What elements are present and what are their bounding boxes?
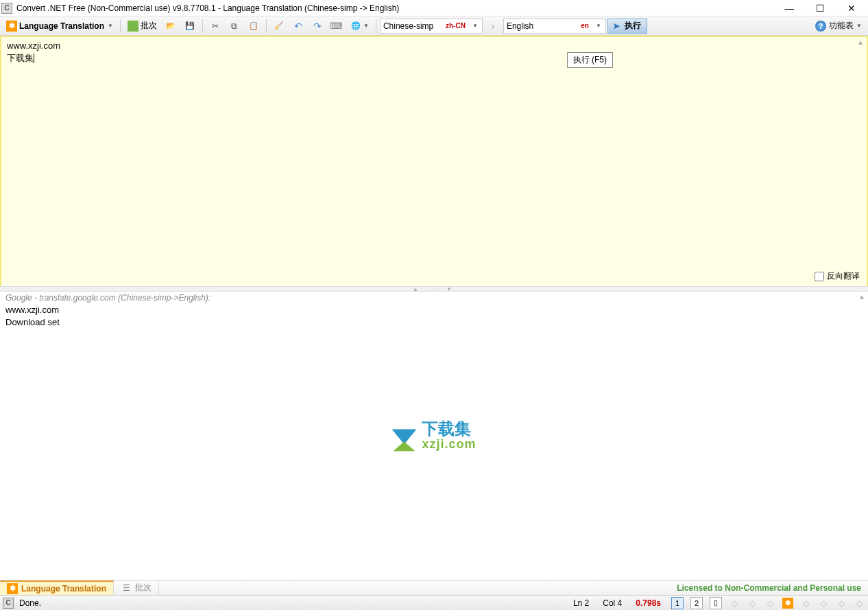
execute-button[interactable]: 执行 (607, 19, 647, 34)
status-icon-2[interactable]: ◇ (747, 598, 758, 609)
watermark-arrow-icon (391, 423, 416, 448)
target-language-code: en (581, 22, 589, 30)
copy-button[interactable] (226, 19, 243, 34)
mode-dropdown[interactable]: ✱ Language Translation ▼ (3, 19, 117, 34)
mode-label: Language Translation (19, 21, 106, 31)
output-text[interactable]: www.xzji.com Download set (0, 304, 868, 329)
status-col: Col 4 (599, 598, 626, 608)
app-icon: C (3, 598, 14, 609)
reverse-translate-checkbox[interactable]: 反向翻译 (815, 270, 860, 282)
arrow-right-icon (487, 21, 498, 32)
maximize-button[interactable]: ☐ (805, 0, 836, 16)
erase-icon (274, 21, 285, 32)
watermark-logo: 下载集 xzji.com (391, 421, 476, 451)
batch-icon (121, 583, 132, 594)
redo-button[interactable] (309, 19, 326, 34)
batch-label: 批次 (141, 20, 157, 32)
globe-icon (350, 21, 361, 32)
input-line-2: 下载集 (7, 53, 34, 63)
main-toolbar: ✱ Language Translation ▼ 批次 ▼ Chinese-si… (0, 16, 868, 36)
batch-button[interactable]: 批次 (124, 19, 160, 34)
output-pane: ▲ Google - translate.google.com (Chinese… (0, 292, 868, 580)
status-message: Done. (19, 598, 41, 608)
chevron-down-icon: ▼ (592, 23, 603, 29)
scroll-up-icon[interactable]: ▲ (855, 38, 866, 49)
status-icon-5[interactable]: ◇ (818, 598, 829, 609)
target-language-name: English (507, 21, 533, 31)
view-mode-split-button[interactable]: ▯ (710, 597, 722, 609)
undo-button[interactable] (289, 19, 307, 34)
execute-tooltip: 执行 (F5) (567, 52, 613, 68)
task-tabs: ✱ Language Translation 批次 Licensed to No… (0, 580, 868, 595)
batch-icon (128, 21, 138, 32)
status-bar: C Done. Ln 2 Col 4 0.798s 1 2 ▯ ◇ ◇ ◇ ✱ … (0, 595, 868, 610)
source-language-name: Chinese-simp (383, 21, 433, 31)
mode-icon: ✱ (7, 583, 18, 594)
scroll-up-icon[interactable]: ▲ (856, 293, 867, 304)
output-source-header: Google - translate.google.com (Chinese-s… (0, 292, 868, 304)
status-timing: 0.798s (631, 598, 665, 608)
tab-label: Language Translation (21, 584, 106, 594)
chevron-down-icon: ▼ (363, 23, 369, 29)
save-button[interactable] (181, 19, 199, 34)
status-icon-1[interactable]: ◇ (729, 598, 740, 609)
status-line: Ln 2 (569, 598, 593, 608)
title-bar: C Convert .NET Free (Non-Commercial use)… (0, 0, 868, 16)
separator (120, 19, 121, 33)
paste-button[interactable] (245, 19, 263, 34)
paste-icon (248, 21, 259, 32)
output-line-2: Download set (5, 316, 863, 329)
status-icon-6[interactable]: ◇ (836, 598, 847, 609)
license-notice: Licensed to Non-Commercial and Personal … (670, 580, 868, 595)
erase-button[interactable] (270, 19, 288, 34)
mode-icon: ✱ (6, 21, 17, 32)
help-menu[interactable]: ? 功能表 ▼ (812, 19, 865, 34)
cut-button[interactable] (206, 19, 224, 34)
separator (202, 19, 203, 33)
execute-label: 执行 (625, 20, 641, 32)
tab-label: 批次 (135, 582, 152, 594)
input-text[interactable]: www.xzji.com 下载集 (1, 37, 867, 67)
status-icon-4[interactable]: ◇ (800, 598, 811, 609)
chevron-down-icon: ▼ (108, 23, 113, 29)
help-icon: ? (815, 21, 826, 32)
open-button[interactable] (162, 19, 180, 34)
status-icon-3[interactable]: ◇ (764, 598, 775, 609)
target-language-select[interactable]: English en ▼ (503, 19, 606, 34)
view-mode-2-button[interactable]: 2 (690, 597, 703, 609)
watermark-text-domain: xzji.com (422, 437, 476, 451)
cut-icon (210, 21, 221, 32)
menu-label: 功能表 (829, 20, 854, 32)
web-translate-button[interactable]: ▼ (347, 19, 372, 34)
keyboard-icon (331, 21, 342, 32)
chevron-down-icon: ▼ (856, 23, 862, 29)
app-icon: C (1, 3, 12, 14)
minimize-button[interactable]: — (774, 0, 805, 16)
separator (376, 19, 376, 33)
editor-area: ▲ www.xzji.com 下载集 执行 (F5) 反向翻译 ▲ ··· ▼ … (0, 36, 868, 580)
open-icon (165, 21, 176, 32)
input-pane[interactable]: ▲ www.xzji.com 下载集 执行 (F5) 反向翻译 (0, 36, 868, 286)
tab-batch[interactable]: 批次 (114, 580, 159, 595)
keyboard-button[interactable] (328, 19, 346, 34)
output-line-1: www.xzji.com (5, 304, 863, 316)
copy-icon (229, 21, 240, 32)
swap-languages-button[interactable] (484, 19, 502, 34)
close-button[interactable]: ✕ (836, 0, 867, 16)
source-language-select[interactable]: Chinese-simp zh-CN ▼ (380, 19, 483, 34)
execute-icon (611, 21, 622, 32)
tab-language-translation[interactable]: ✱ Language Translation (0, 580, 114, 595)
status-icon-7[interactable]: ◇ (854, 598, 865, 609)
reverse-translate-label: 反向翻译 (827, 270, 860, 282)
input-line-1: www.xzji.com (7, 40, 861, 52)
window-title: Convert .NET Free (Non-Commercial use) v… (16, 3, 774, 13)
redo-icon (312, 21, 323, 32)
reverse-translate-input[interactable] (815, 272, 824, 281)
window-controls: — ☐ ✕ (774, 0, 867, 16)
pane-splitter[interactable]: ▲ ··· ▼ (0, 286, 868, 292)
chevron-down-icon: ▼ (468, 23, 479, 29)
undo-icon (293, 21, 304, 32)
view-mode-1-button[interactable]: 1 (671, 597, 684, 609)
status-icon-active[interactable]: ✱ (782, 598, 793, 609)
separator (266, 19, 267, 33)
